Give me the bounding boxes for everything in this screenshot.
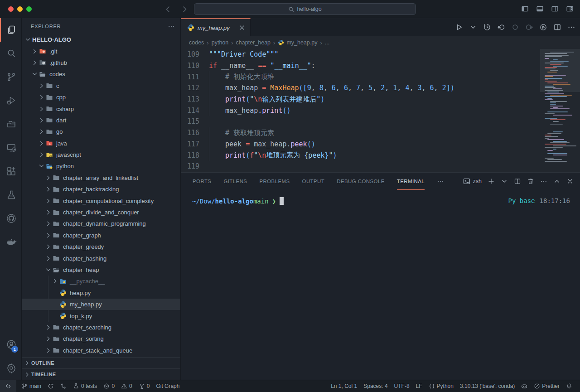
tree-item-chapter-sorting[interactable]: chapter_sorting	[22, 333, 180, 344]
status-problems-warnings[interactable]: 0	[118, 380, 135, 392]
status-encoding[interactable]: UTF-8	[391, 380, 413, 392]
activity-item-docker[interactable]	[0, 230, 21, 254]
section-outline[interactable]: OUTLINE	[22, 357, 180, 368]
tree-item-chapter-computational-complexity[interactable]: chapter_computational_complexity	[22, 195, 180, 206]
status-notifications[interactable]	[563, 380, 575, 392]
status-python-interpreter[interactable]: 3.10.13 ('base': conda)	[457, 380, 518, 392]
tree-item-chapter-searching[interactable]: chapter_searching	[22, 322, 180, 333]
open-changes-icon[interactable]	[511, 23, 519, 31]
tree-item-codes[interactable]: codes	[22, 68, 180, 80]
panel-tab-ports[interactable]: PORTS	[193, 173, 211, 190]
status-cursor-position[interactable]: Ln 1, Col 1	[328, 380, 360, 392]
status-indentation[interactable]: Spaces: 4	[360, 380, 391, 392]
panel-tab-debug-console[interactable]: DEBUG CONSOLE	[337, 173, 385, 190]
explorer-more-actions-icon[interactable]	[168, 23, 175, 30]
activity-item-explorer[interactable]	[0, 18, 21, 42]
tree-item-python[interactable]: python	[22, 160, 180, 172]
terminal-view[interactable]: ~/Dow/hello-algo main❯ Py base18:17:16	[181, 190, 580, 380]
toggle-primary-sidebar-icon[interactable]	[521, 5, 529, 13]
tree-item-csharp[interactable]: csharp	[22, 103, 180, 114]
status-git-sync[interactable]	[44, 380, 57, 392]
activity-item-settings[interactable]	[0, 356, 21, 380]
terminal-shell[interactable]: zsh	[463, 178, 482, 185]
tab-my-heap[interactable]: my_heap.py	[181, 18, 251, 36]
terminal-more-icon[interactable]	[540, 178, 547, 185]
maximize-panel-icon[interactable]	[553, 178, 561, 185]
tree-item-chapter-hashing[interactable]: chapter_hashing	[22, 252, 180, 264]
close-panel-icon[interactable]	[566, 178, 574, 185]
run-python-file-icon[interactable]	[455, 23, 463, 31]
terminal-profiles-icon[interactable]	[501, 178, 508, 185]
activity-item-accounts[interactable]: 1	[0, 333, 21, 356]
panel-tab-gitlens[interactable]: GITLENS	[223, 173, 247, 190]
panel-tabs-more-icon[interactable]	[437, 178, 444, 185]
activity-item-project-manager[interactable]	[0, 112, 21, 136]
tree-item-chapter-backtracking[interactable]: chapter_backtracking	[22, 184, 180, 195]
status-ports[interactable]: 0	[135, 380, 153, 392]
tree-item-chapter-array-and-linkedlist[interactable]: chapter_array_and_linkedlist	[22, 172, 180, 184]
code-editor[interactable]: 109"""Driver Code"""110if __name__ == "_…	[181, 49, 580, 172]
status-remote-indicator[interactable]	[0, 380, 16, 392]
close-window-button[interactable]	[8, 6, 14, 12]
new-terminal-icon[interactable]	[488, 178, 495, 185]
file-history-icon[interactable]	[483, 23, 491, 31]
tree-item-hello-algo[interactable]: HELLO-ALGO	[22, 34, 180, 45]
breadcrumb-item-4[interactable]: ...	[325, 39, 329, 46]
panel-tab-terminal[interactable]: TERMINAL	[397, 173, 425, 190]
status-eol[interactable]: LF	[413, 380, 425, 392]
breadcrumb-item-2[interactable]: chapter_heap	[236, 39, 271, 46]
tree-item-dart[interactable]: dart	[22, 115, 180, 126]
next-change-icon[interactable]	[525, 23, 533, 31]
breadcrumb-item-3[interactable]: my_heap.py	[278, 39, 317, 46]
tree-item--git[interactable]: .git	[22, 45, 180, 57]
tree-item-go[interactable]: go	[22, 126, 180, 137]
activity-item-testing[interactable]	[0, 183, 21, 207]
tree-item-chapter-heap[interactable]: chapter_heap	[22, 264, 180, 276]
toggle-secondary-sidebar-icon[interactable]	[551, 5, 559, 13]
activity-item-extensions[interactable]	[0, 160, 21, 183]
status-problems-errors[interactable]: 0	[100, 380, 118, 392]
status-test-results[interactable]: 0 tests	[70, 380, 100, 392]
tree-item-my-heap-py[interactable]: my_heap.py	[22, 299, 180, 310]
kill-terminal-icon[interactable]	[527, 178, 534, 185]
nav-back-icon[interactable]	[164, 5, 172, 13]
status-copilot[interactable]	[518, 380, 531, 392]
customize-layout-icon[interactable]	[566, 5, 574, 13]
tree-item-java[interactable]: java	[22, 138, 180, 149]
tree-item-top-k-py[interactable]: top_k.py	[22, 310, 180, 321]
activity-item-remote-explorer[interactable]	[0, 136, 21, 160]
command-center-search[interactable]: hello-algo	[194, 3, 416, 15]
status-gitlens-graph[interactable]	[57, 380, 70, 392]
split-editor-icon[interactable]	[553, 23, 561, 31]
status-git-graph[interactable]: Git Graph	[153, 380, 183, 392]
tree-item-heap-py[interactable]: heap.py	[22, 287, 180, 299]
tree-item-chapter-divide-and-conquer[interactable]: chapter_divide_and_conquer	[22, 207, 180, 218]
minimize-window-button[interactable]	[17, 6, 23, 12]
activity-item-run-and-debug[interactable]	[0, 89, 21, 112]
more-editor-actions-icon[interactable]	[567, 23, 575, 31]
panel-tab-output[interactable]: OUTPUT	[302, 173, 325, 190]
activity-item-source-control[interactable]	[0, 65, 21, 89]
tree-item-chapter-dynamic-programming[interactable]: chapter_dynamic_programming	[22, 218, 180, 229]
toggle-panel-icon[interactable]	[536, 5, 544, 13]
nav-forward-icon[interactable]	[180, 5, 188, 13]
activity-item-github[interactable]	[0, 207, 21, 230]
tree-item-chapter-greedy[interactable]: chapter_greedy	[22, 241, 180, 252]
status-language-mode[interactable]: Python	[425, 380, 457, 392]
section-timeline[interactable]: TIMELINE	[22, 368, 180, 380]
activity-item-search[interactable]	[0, 42, 21, 65]
tree-item-javascript[interactable]: JSjavascript	[22, 149, 180, 160]
tree-item-c[interactable]: c	[22, 80, 180, 92]
split-terminal-icon[interactable]	[514, 178, 521, 185]
close-tab-icon[interactable]	[238, 24, 246, 31]
tree-item-chapter-stack-and-queue[interactable]: chapter_stack_and_queue	[22, 345, 180, 356]
tree-item-chapter-graph[interactable]: chapter_graph	[22, 230, 180, 241]
run-dropdown-icon[interactable]	[469, 23, 477, 31]
minimap[interactable]	[540, 49, 580, 172]
breadcrumb-item-0[interactable]: codes	[189, 39, 204, 46]
zoom-window-button[interactable]	[26, 6, 32, 12]
tree-item--github[interactable]: .github	[22, 57, 180, 68]
status-prettier[interactable]: Prettier	[531, 380, 563, 392]
breadcrumb-item-1[interactable]: python	[212, 39, 229, 46]
tree-item--pycache-[interactable]: __pycache__	[22, 276, 180, 287]
